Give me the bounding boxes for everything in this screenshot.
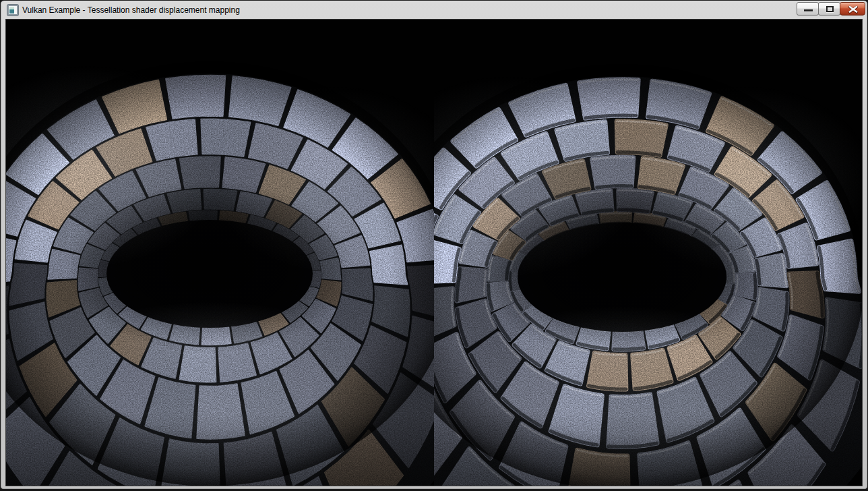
app-icon	[7, 5, 18, 16]
tessellation-scene	[6, 20, 862, 486]
window-controls	[797, 2, 865, 16]
minimize-button[interactable]	[797, 2, 819, 16]
close-button[interactable]	[840, 2, 865, 16]
close-icon	[848, 5, 858, 13]
maximize-button[interactable]	[818, 2, 840, 16]
render-viewport[interactable]	[6, 20, 862, 486]
vulkan-example-window: Vulkan Example - Tessellation shader dis…	[0, 0, 868, 490]
app-icon-picture	[9, 7, 14, 13]
titlebar[interactable]: Vulkan Example - Tessellation shader dis…	[1, 1, 867, 20]
minimize-icon	[804, 9, 813, 11]
maximize-icon	[826, 6, 834, 12]
window-title: Vulkan Example - Tessellation shader dis…	[22, 5, 240, 15]
